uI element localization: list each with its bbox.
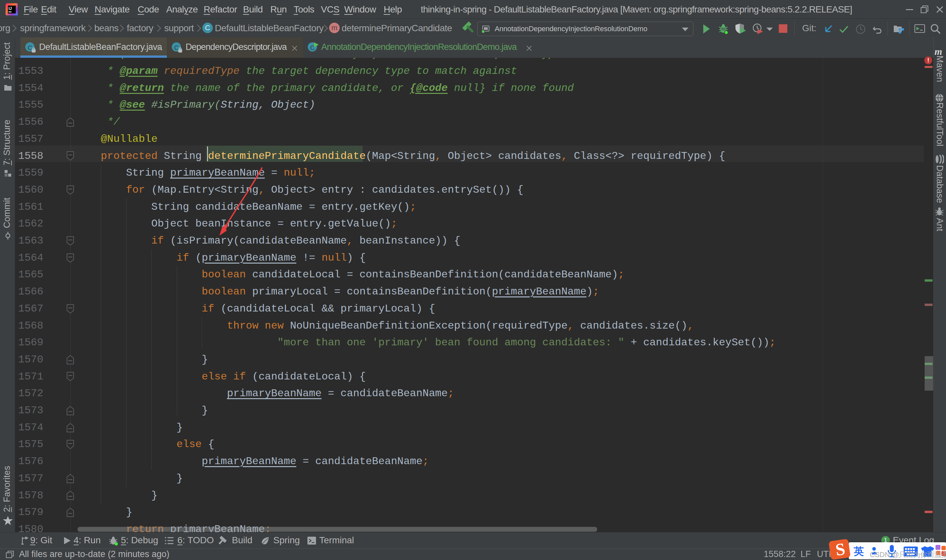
svg-text:C: C <box>310 44 315 51</box>
svg-text:IJ: IJ <box>9 6 12 11</box>
